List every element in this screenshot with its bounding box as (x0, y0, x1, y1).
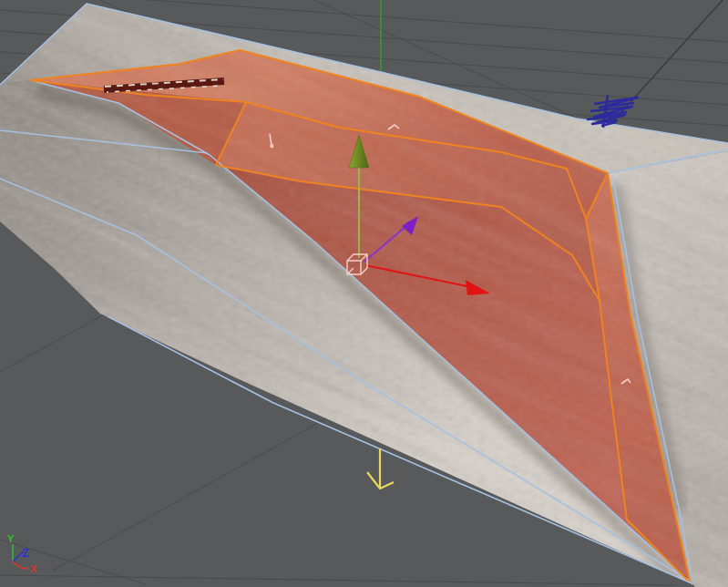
world-axis-z-label: Z (22, 546, 29, 560)
3d-viewport[interactable]: Y Z X (0, 0, 728, 587)
viewport-canvas[interactable]: Y Z X (0, 0, 728, 587)
world-axis-x-label: X (30, 563, 37, 574)
world-axis-y-label: Y (7, 533, 15, 544)
